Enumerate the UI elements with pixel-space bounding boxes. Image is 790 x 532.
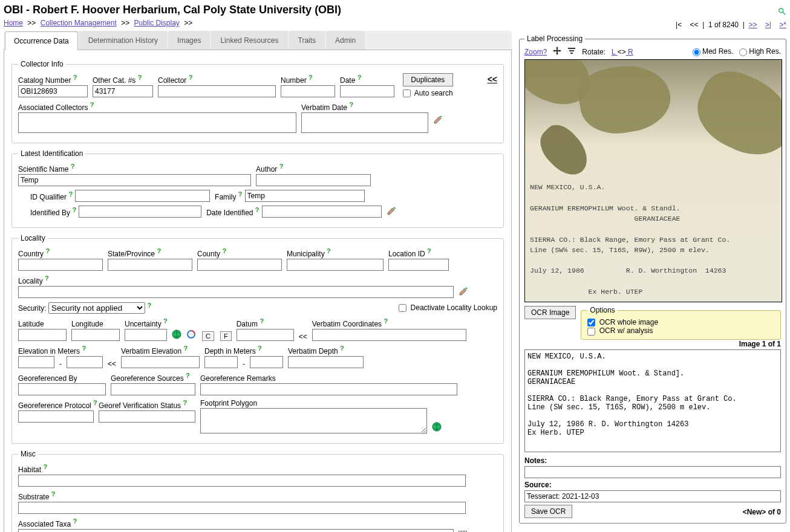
tab-occurrence-data[interactable]: Occurrence Data [5, 31, 78, 50]
help-icon[interactable]: ? [51, 490, 56, 498]
help-icon[interactable]: ? [260, 317, 264, 325]
geolocate-icon[interactable] [186, 329, 196, 341]
lines-icon[interactable] [567, 47, 576, 57]
help-icon[interactable]: ? [238, 190, 243, 198]
tab-admin[interactable]: Admin [326, 31, 365, 50]
save-ocr-button[interactable]: Save OCR [524, 505, 572, 518]
number-input[interactable] [281, 85, 335, 97]
verbatim-coordinates-input[interactable] [312, 329, 466, 341]
family-input[interactable] [245, 190, 365, 202]
deactivate-locality-lookup-checkbox[interactable] [399, 304, 406, 312]
med-res-radio[interactable] [693, 48, 700, 56]
globe-icon[interactable] [172, 329, 181, 341]
county-input[interactable] [197, 259, 282, 271]
associated-collectors-input[interactable] [18, 112, 296, 133]
georeference-remarks-input[interactable] [200, 383, 457, 395]
help-icon[interactable]: ? [138, 74, 142, 81]
help-icon[interactable]: ? [255, 206, 260, 213]
breadcrumb-home[interactable]: Home [4, 19, 23, 27]
auto-search-checkbox[interactable] [403, 89, 411, 97]
habitat-input[interactable] [18, 475, 466, 487]
datum-input[interactable] [237, 329, 294, 341]
substrate-input[interactable] [18, 502, 466, 514]
collector-collapse-toggle[interactable]: << [488, 74, 497, 84]
locality-input[interactable] [18, 286, 454, 298]
rotate-left[interactable]: L [612, 48, 618, 56]
help-icon[interactable]: ? [327, 247, 331, 255]
help-icon[interactable]: ? [279, 163, 284, 170]
ocr-analysis-checkbox[interactable] [587, 328, 595, 336]
scientific-name-input[interactable] [18, 174, 251, 186]
elevation-min-input[interactable] [18, 356, 54, 368]
help-icon[interactable]: ? [72, 206, 76, 213]
help-icon[interactable]: ? [427, 247, 431, 255]
notes-input[interactable] [524, 466, 781, 478]
ocr-text-area[interactable]: NEW MEXICO, U.S.A. GERANIUM EREMOPHILUM … [524, 349, 781, 452]
municipality-input[interactable] [287, 259, 384, 271]
magnifier-icon[interactable] [778, 7, 786, 16]
high-res-radio[interactable] [739, 48, 747, 56]
associated-taxa-input[interactable] [18, 529, 454, 532]
zoom-link[interactable]: Zoom? [524, 48, 547, 56]
georeference-sources-input[interactable] [111, 383, 195, 395]
security-select[interactable]: Security not applied [48, 302, 145, 314]
depth-max-input[interactable] [250, 356, 283, 368]
specimen-image[interactable]: NEW MEXICO, U.S.A. GERANIUM EREMOPHILUM … [524, 59, 782, 302]
pager-first[interactable]: |< [676, 21, 682, 29]
help-icon[interactable]: ? [71, 163, 75, 170]
pencil-icon[interactable] [459, 287, 468, 298]
help-icon[interactable]: ? [157, 247, 161, 255]
tab-determination-history[interactable]: Determination History [79, 31, 167, 50]
pager-prev[interactable]: << [690, 21, 699, 29]
help-icon[interactable]: ? [186, 372, 190, 379]
uncertainty-input[interactable] [125, 329, 167, 341]
identified-by-input[interactable] [79, 206, 201, 218]
duplicates-button[interactable]: Duplicates [403, 73, 453, 86]
depth-min-input[interactable] [204, 356, 238, 368]
coord-f-button[interactable]: F [220, 331, 232, 341]
help-icon[interactable]: ? [68, 190, 73, 198]
georef-verification-status-input[interactable] [99, 410, 195, 423]
elevation-back[interactable]: << [108, 360, 116, 368]
globe-icon[interactable] [432, 422, 442, 433]
pager-new[interactable]: >* [779, 21, 786, 29]
help-icon[interactable]: ? [384, 317, 388, 325]
ocr-whole-image-checkbox[interactable] [587, 319, 595, 326]
help-icon[interactable]: ? [90, 101, 94, 108]
pager-last[interactable]: >| [765, 21, 771, 29]
help-icon[interactable]: ? [349, 101, 353, 108]
move-icon[interactable] [553, 47, 561, 57]
help-icon[interactable]: ? [45, 247, 50, 255]
help-icon[interactable]: ? [189, 74, 193, 81]
date-input[interactable] [340, 85, 394, 97]
footprint-polygon-input[interactable] [200, 408, 427, 433]
verbatim-coord-back[interactable]: << [299, 332, 307, 341]
help-icon[interactable]: ? [222, 247, 226, 255]
collector-input[interactable] [158, 85, 276, 97]
pager-next[interactable]: >> [748, 21, 757, 29]
help-icon[interactable]: ? [340, 345, 344, 352]
ocr-image-button[interactable]: OCR Image [524, 306, 576, 319]
date-identified-input[interactable] [262, 206, 382, 218]
author-input[interactable] [256, 174, 371, 186]
help-icon[interactable]: ? [183, 345, 188, 352]
help-icon[interactable]: ? [73, 74, 77, 81]
rotate-right[interactable]: R [626, 48, 633, 56]
help-icon[interactable]: ? [45, 274, 49, 282]
pencil-icon[interactable] [433, 115, 443, 126]
id-qualifier-input[interactable] [75, 190, 210, 202]
help-icon[interactable]: ? [43, 463, 47, 470]
help-icon[interactable]: ? [73, 517, 77, 525]
help-icon[interactable]: ? [183, 399, 187, 406]
coord-c-button[interactable]: C [202, 331, 214, 341]
breadcrumb-collection-management[interactable]: Collection Management [41, 19, 117, 27]
source-input[interactable] [524, 490, 781, 502]
tab-linked-resources[interactable]: Linked Resources [211, 31, 287, 50]
help-icon[interactable]: ? [163, 317, 168, 325]
help-icon[interactable]: ? [147, 302, 151, 309]
help-icon[interactable]: ? [93, 399, 97, 406]
longitude-input[interactable] [71, 329, 120, 341]
country-input[interactable] [18, 259, 103, 271]
other-catalog-input[interactable] [93, 85, 153, 97]
georeference-protocol-input[interactable] [18, 410, 94, 423]
